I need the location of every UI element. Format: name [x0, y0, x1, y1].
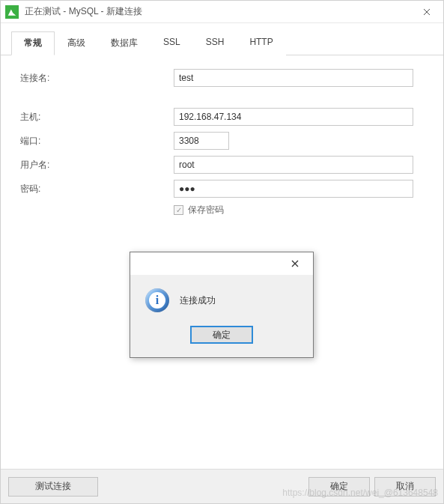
info-icon: i: [145, 288, 169, 312]
host-label: 主机:: [20, 111, 174, 124]
tab-database[interactable]: 数据库: [98, 31, 150, 55]
port-label: 端口:: [20, 135, 174, 148]
app-icon: [5, 5, 19, 19]
save-password-label: 保存密码: [188, 204, 224, 216]
dialog-footer: 确定: [130, 320, 313, 357]
window-close-button[interactable]: [410, 1, 443, 22]
connection-name-label: 连接名:: [20, 72, 174, 85]
tab-bar: 常规 高级 数据库 SSL SSH HTTP: [1, 23, 443, 55]
tab-http[interactable]: HTTP: [237, 31, 285, 55]
dialog-body: i 连接成功: [130, 275, 313, 320]
test-connection-button[interactable]: 测试连接: [8, 477, 98, 497]
connection-name-input[interactable]: [174, 69, 413, 87]
dialog-ok-button[interactable]: 确定: [190, 326, 253, 344]
user-input[interactable]: [174, 156, 413, 174]
tab-advanced[interactable]: 高级: [55, 31, 98, 55]
dialog-titlebar: [130, 252, 313, 275]
footer: 测试连接 确定 取消: [1, 469, 443, 503]
cancel-button[interactable]: 取消: [374, 477, 436, 497]
dialog-close-button[interactable]: [280, 254, 310, 273]
password-input[interactable]: [174, 180, 413, 198]
tab-general[interactable]: 常规: [11, 31, 55, 55]
titlebar: 正在测试 - MySQL - 新建连接: [1, 1, 443, 23]
window-title: 正在测试 - MySQL - 新建连接: [25, 5, 410, 18]
tab-ssl[interactable]: SSL: [150, 31, 193, 55]
host-input[interactable]: [174, 108, 413, 126]
ok-button[interactable]: 确定: [308, 477, 370, 497]
save-password-row: ✓ 保存密码: [174, 204, 424, 216]
result-dialog: i 连接成功 确定: [130, 252, 314, 358]
save-password-checkbox[interactable]: ✓: [174, 205, 183, 215]
user-label: 用户名:: [20, 159, 174, 171]
dialog-message: 连接成功: [180, 294, 216, 307]
tab-ssh[interactable]: SSH: [193, 31, 237, 55]
password-label: 密码:: [20, 183, 174, 195]
port-input[interactable]: [174, 132, 229, 150]
